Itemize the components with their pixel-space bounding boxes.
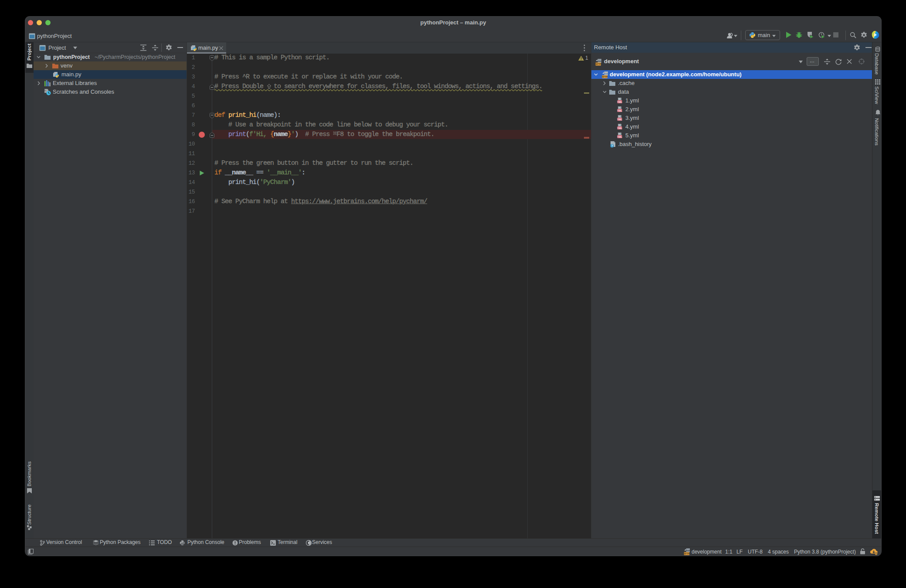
svg-text:SFTP: SFTP <box>595 63 601 65</box>
svg-text:YML: YML <box>617 136 622 138</box>
svg-text:YML: YML <box>617 127 622 129</box>
svg-text:YML: YML <box>617 109 622 112</box>
svg-text:SFTP: SFTP <box>602 75 607 78</box>
svg-text:YML: YML <box>617 118 622 121</box>
svg-text:YML: YML <box>617 101 622 103</box>
svg-text:?: ? <box>611 144 613 147</box>
svg-text:SFTP: SFTP <box>684 552 689 555</box>
